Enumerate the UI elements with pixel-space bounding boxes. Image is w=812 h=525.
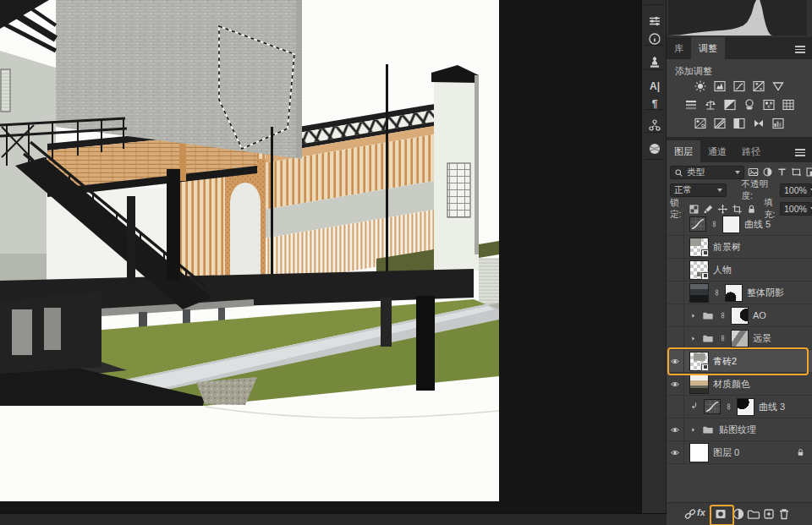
panel-menu-icon[interactable] <box>795 46 805 55</box>
layer-thumbnail[interactable] <box>689 375 709 394</box>
photo-filter-icon[interactable] <box>743 98 756 112</box>
layer-row[interactable]: 远景 <box>667 327 812 350</box>
selective-color-icon[interactable] <box>771 117 785 130</box>
layer-row[interactable]: AO <box>667 304 812 327</box>
layer-visibility-toggle[interactable] <box>667 327 684 349</box>
layer-name[interactable]: 前景树 <box>713 241 741 254</box>
layer-thumbnail[interactable] <box>689 352 709 371</box>
vibrance-icon[interactable] <box>771 79 785 93</box>
invert-icon[interactable] <box>694 117 707 130</box>
layer-mask-thumbnail[interactable] <box>737 398 754 416</box>
black-white-icon[interactable] <box>723 98 737 112</box>
smart-object-badge-icon <box>701 364 709 371</box>
collapsed-arrow-icon[interactable] <box>689 426 697 434</box>
layer-visibility-toggle[interactable] <box>667 350 684 372</box>
layer-visibility-toggle[interactable] <box>667 213 684 235</box>
layer-name[interactable]: 人物 <box>713 264 732 276</box>
delete-layer-icon[interactable] <box>777 507 791 521</box>
new-adjustment-icon[interactable] <box>732 507 745 521</box>
type-filter-icon[interactable] <box>776 167 787 178</box>
layer-thumbnail[interactable] <box>689 238 709 257</box>
brightness-contrast-icon[interactable] <box>694 79 707 93</box>
link-mask-icon <box>719 309 727 321</box>
new-layer-icon[interactable] <box>762 507 776 521</box>
color-lookup-icon[interactable] <box>782 98 795 112</box>
exposure-icon[interactable] <box>752 79 765 93</box>
layer-row[interactable]: 整体阴影 <box>667 282 812 304</box>
layer-mask-thumbnail[interactable] <box>731 307 749 325</box>
layer-name[interactable]: 青砖2 <box>713 355 737 368</box>
adjustment-filter-icon[interactable] <box>762 167 773 178</box>
opacity-input[interactable]: 100% <box>780 183 812 197</box>
layer-visibility-toggle[interactable] <box>667 282 684 304</box>
panel-menu-icon[interactable] <box>795 149 805 158</box>
tab-library[interactable]: 库 <box>667 37 691 59</box>
layer-name[interactable]: 远景 <box>753 332 771 345</box>
properties-panel-icon[interactable] <box>642 12 667 30</box>
layer-row[interactable]: 青砖2 <box>667 350 812 373</box>
layer-mask-thumbnail[interactable] <box>722 216 740 233</box>
curves-adjustment-thumbnail[interactable] <box>704 399 721 414</box>
layer-row[interactable]: 曲线 5 <box>667 213 812 236</box>
add-mask-icon[interactable] <box>714 507 727 521</box>
paragraph-panel-icon[interactable]: ¶ <box>642 95 667 113</box>
posterize-icon[interactable] <box>713 117 727 130</box>
clone-source-panel-icon[interactable] <box>642 53 667 72</box>
link-layers-icon[interactable] <box>683 507 697 521</box>
connections-panel-icon[interactable] <box>642 116 667 134</box>
layer-visibility-toggle[interactable] <box>667 418 684 440</box>
tab-adjustments[interactable]: 调整 <box>691 37 725 59</box>
folder-icon <box>701 424 715 435</box>
gradient-map-icon[interactable] <box>752 117 765 130</box>
collapsed-arrow-icon[interactable] <box>689 335 697 342</box>
layer-name[interactable]: 图层 0 <box>713 446 739 459</box>
layer-row[interactable]: 前景树 <box>667 236 812 259</box>
layer-thumbnail[interactable] <box>689 283 709 303</box>
layer-mask-thumbnail[interactable] <box>731 330 749 347</box>
smart-object-filter-icon[interactable] <box>805 167 812 178</box>
character-panel-icon[interactable]: A| <box>642 77 667 96</box>
hue-saturation-icon[interactable] <box>684 98 698 112</box>
layer-visibility-toggle[interactable] <box>667 236 684 258</box>
layer-name[interactable]: 曲线 3 <box>759 401 785 413</box>
channel-mixer-icon[interactable] <box>762 98 776 112</box>
layer-name[interactable]: 整体阴影 <box>747 287 784 299</box>
tab-layers[interactable]: 图层 <box>667 140 700 162</box>
layer-filter-kind-select[interactable]: 类型 <box>670 166 744 179</box>
layer-visibility-toggle[interactable] <box>667 259 684 281</box>
layer-name[interactable]: 曲线 5 <box>744 218 771 231</box>
connections-panel-icon <box>648 118 661 132</box>
levels-icon[interactable] <box>713 79 727 93</box>
color-balance-icon[interactable] <box>704 98 717 112</box>
layer-visibility-toggle[interactable] <box>667 441 684 463</box>
new-group-icon[interactable] <box>747 507 760 521</box>
layer-visibility-toggle[interactable] <box>667 304 684 326</box>
collapsed-arrow-icon[interactable] <box>689 312 697 320</box>
layer-visibility-toggle[interactable] <box>667 396 684 418</box>
shape-filter-icon[interactable] <box>791 167 802 178</box>
layer-row[interactable]: 材质颜色 <box>667 373 812 396</box>
curves-icon[interactable] <box>732 79 746 93</box>
layer-name[interactable]: AO <box>753 310 766 320</box>
layer-visibility-toggle[interactable] <box>667 373 684 395</box>
layer-row[interactable]: 人物 <box>667 259 812 282</box>
layer-mask-thumbnail[interactable] <box>725 284 743 302</box>
pixel-filter-icon[interactable] <box>748 167 759 178</box>
curves-adjustment-thumbnail[interactable] <box>689 216 706 232</box>
layer-style-icon[interactable]: fx <box>697 507 710 521</box>
info-panel-icon[interactable] <box>642 30 667 48</box>
canvas-pasteboard[interactable] <box>0 0 641 513</box>
threshold-icon[interactable] <box>732 117 746 130</box>
document-canvas[interactable] <box>0 0 499 501</box>
layer-name[interactable]: 贴图纹理 <box>719 424 756 436</box>
blend-mode-select[interactable]: 正常 <box>670 183 727 197</box>
layer-row[interactable]: 图层 0 <box>667 441 812 464</box>
layer-thumbnail[interactable] <box>689 260 709 280</box>
layer-row[interactable]: 曲线 3 <box>667 396 812 418</box>
tab-channels[interactable]: 通道 <box>700 140 734 162</box>
materials-3d-panel-icon[interactable] <box>642 139 667 158</box>
layer-row[interactable]: 贴图纹理 <box>667 418 812 441</box>
tab-paths[interactable]: 路径 <box>734 140 768 162</box>
layer-name[interactable]: 材质颜色 <box>713 378 750 391</box>
layer-thumbnail[interactable] <box>689 443 709 462</box>
